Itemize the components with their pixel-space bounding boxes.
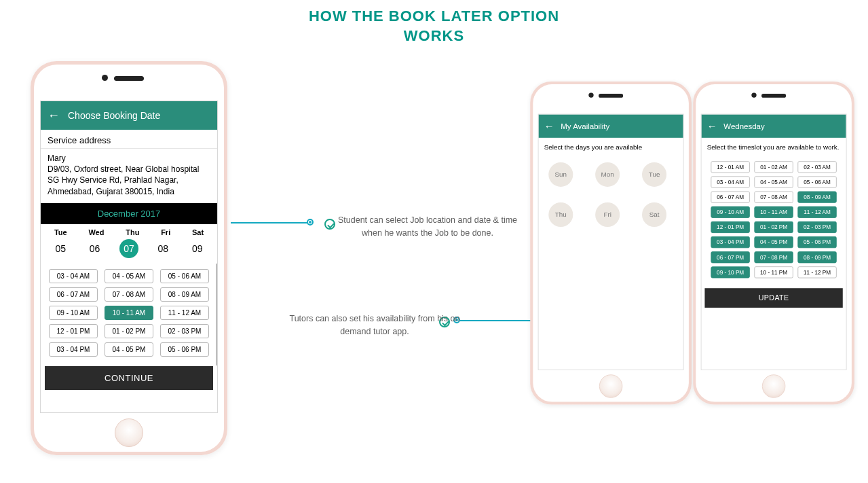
timeslot[interactable]: 10 - 11 AM	[754, 207, 793, 218]
week-header: TueWedThuFriSat	[41, 224, 217, 238]
timeslot[interactable]: 03 - 04 PM	[49, 342, 98, 357]
timeslot[interactable]: 08 - 09 AM	[797, 192, 836, 203]
timeslot-list: 03 - 04 AM04 - 05 AM05 - 06 AM06 - 07 AM…	[41, 264, 217, 362]
phone-mockup-availability: ← My Availability Select the days you ar…	[530, 82, 692, 405]
day-cell[interactable]: 09	[188, 239, 207, 258]
caption-student: Student can select Job location and date…	[333, 214, 523, 240]
timeslot[interactable]: 05 - 06 AM	[797, 176, 836, 187]
appbar-title: Choose Booking Date	[68, 110, 160, 121]
timeslot[interactable]: 04 - 05 PM	[105, 342, 153, 357]
addr-name: Mary	[48, 153, 210, 164]
timeslot[interactable]: 02 - 03 PM	[797, 221, 836, 233]
day-chip[interactable]: Sat	[642, 202, 666, 227]
timeslot[interactable]: 09 - 10 AM	[49, 306, 98, 320]
timeslot[interactable]: 04 - 05 AM	[105, 269, 153, 283]
appbar: ← Choose Booking Date	[41, 101, 217, 130]
timeslot[interactable]: 06 - 07 PM	[711, 251, 749, 263]
timeslot[interactable]: 07 - 08 AM	[105, 287, 153, 302]
caption-tutor: Tutors can also set his availability fro…	[280, 312, 470, 338]
timeslot[interactable]: 12 - 01 AM	[711, 161, 749, 173]
page-title: HOW THE BOOK LATER OPTION WORKS	[0, 0, 868, 46]
timeslot[interactable]: 05 - 06 AM	[160, 269, 209, 283]
timeslot[interactable]: 04 - 05 PM	[754, 236, 793, 248]
timeslot[interactable]: 02 - 03 AM	[797, 161, 836, 173]
week-days: 0506070809	[41, 238, 217, 264]
service-address: Mary D9/03, Oxford street, Near Global h…	[41, 149, 217, 203]
subtitle: Select the days you are available	[539, 138, 683, 155]
appbar-title: My Availability	[561, 122, 609, 130]
appbar-title: Wednesday	[723, 122, 764, 130]
back-icon[interactable]: ←	[544, 120, 554, 132]
day-grid: SunMonTueThuFriSat	[539, 154, 683, 234]
addr-line: Ahmedabad, Gujarat 380015, India	[48, 186, 210, 197]
timeslot[interactable]: 09 - 10 PM	[711, 266, 749, 278]
timeslot[interactable]: 12 - 01 PM	[49, 324, 98, 338]
subtitle: Select the timeslot you are available to…	[702, 138, 846, 155]
timeslot[interactable]: 11 - 12 AM	[160, 306, 209, 320]
timeslot[interactable]: 03 - 04 AM	[711, 176, 749, 187]
timeslot[interactable]: 10 - 11 PM	[754, 266, 793, 278]
timeslot[interactable]: 11 - 12 PM	[797, 266, 836, 278]
timeslot[interactable]: 01 - 02 PM	[105, 324, 153, 338]
appbar: ← Wednesday	[702, 114, 846, 137]
day-chip[interactable]: Tue	[642, 162, 666, 187]
scrollbar[interactable]	[216, 264, 218, 365]
day-chip[interactable]: Fri	[595, 202, 620, 227]
title-line-1: HOW THE BOOK LATER OPTION	[0, 7, 868, 26]
weekday-label: Thu	[126, 228, 139, 236]
phone-mockup-booking: ← Choose Booking Date Service address Ma…	[31, 61, 227, 455]
month-bar[interactable]: December 2017	[41, 203, 217, 224]
timeslot[interactable]: 05 - 06 PM	[797, 236, 836, 248]
day-cell[interactable]: 05	[51, 239, 70, 258]
connector-line	[231, 222, 307, 223]
timeslot[interactable]: 03 - 04 AM	[49, 269, 98, 283]
back-icon[interactable]: ←	[48, 109, 60, 123]
timeslot[interactable]: 12 - 01 PM	[711, 221, 749, 233]
timeslot[interactable]: 04 - 05 AM	[754, 176, 793, 187]
weekday-label: Wed	[88, 228, 104, 236]
day-cell[interactable]: 06	[86, 239, 105, 258]
addr-line: SG Hwy Service Rd, Prahlad Nagar,	[48, 175, 210, 185]
timeslot-grid: 12 - 01 AM01 - 02 AM02 - 03 AM03 - 04 AM…	[702, 154, 846, 285]
timeslot[interactable]: 08 - 09 PM	[797, 251, 836, 263]
timeslot[interactable]: 01 - 02 PM	[754, 221, 793, 233]
timeslot[interactable]: 06 - 07 AM	[49, 287, 98, 302]
appbar: ← My Availability	[539, 114, 683, 137]
timeslot[interactable]: 02 - 03 PM	[160, 324, 209, 338]
connector-dot	[307, 219, 314, 226]
timeslot[interactable]: 09 - 10 AM	[711, 207, 749, 218]
timeslot[interactable]: 11 - 12 AM	[797, 207, 836, 218]
day-cell[interactable]: 08	[153, 239, 172, 258]
weekday-label: Sat	[192, 228, 204, 236]
back-icon[interactable]: ←	[707, 120, 717, 132]
timeslot[interactable]: 03 - 04 PM	[711, 236, 749, 248]
continue-button[interactable]: CONTINUE	[45, 366, 213, 390]
day-chip[interactable]: Thu	[548, 202, 573, 227]
timeslot[interactable]: 05 - 06 PM	[160, 342, 209, 357]
timeslot[interactable]: 10 - 11 AM	[105, 306, 153, 320]
timeslot[interactable]: 01 - 02 AM	[754, 161, 793, 173]
phone-mockup-timeslots: ← Wednesday Select the timeslot you are …	[693, 82, 854, 405]
title-line-2: WORKS	[0, 26, 868, 46]
timeslot[interactable]: 08 - 09 AM	[160, 287, 209, 302]
section-label: Service address	[41, 130, 217, 149]
update-button[interactable]: UPDATE	[704, 288, 842, 308]
timeslot[interactable]: 07 - 08 AM	[754, 192, 793, 203]
day-chip[interactable]: Mon	[595, 162, 620, 187]
timeslot[interactable]: 07 - 08 PM	[754, 251, 793, 263]
day-cell[interactable]: 07	[119, 239, 138, 258]
weekday-label: Fri	[161, 228, 170, 236]
day-chip[interactable]: Sun	[548, 162, 573, 187]
weekday-label: Tue	[54, 228, 67, 236]
addr-line: D9/03, Oxford street, Near Global hospit…	[48, 164, 210, 175]
timeslot[interactable]: 06 - 07 AM	[711, 192, 749, 203]
